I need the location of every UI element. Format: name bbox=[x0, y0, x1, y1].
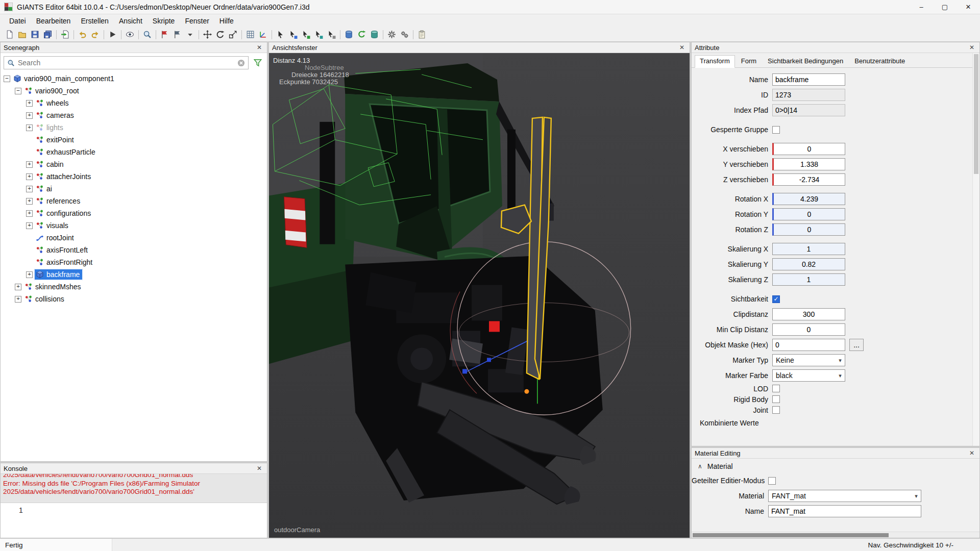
tree-expander-icon[interactable]: + bbox=[26, 173, 33, 180]
tree-item-wheels[interactable]: +wheels bbox=[1, 97, 267, 109]
search-input[interactable] bbox=[18, 59, 234, 67]
tool-options-button[interactable] bbox=[184, 28, 197, 41]
scrollbar-thumb[interactable] bbox=[693, 533, 889, 537]
material-select[interactable]: FANT_mat▾ bbox=[768, 490, 921, 502]
tree-item-content[interactable]: skinnedMshes bbox=[23, 282, 84, 292]
plugins-button[interactable] bbox=[398, 28, 411, 41]
zoom-button[interactable] bbox=[141, 28, 154, 41]
joint-checkbox[interactable] bbox=[772, 406, 780, 414]
tab-transform[interactable]: Transform bbox=[695, 55, 735, 68]
select-scale-button[interactable] bbox=[312, 28, 325, 41]
tree-expander-icon[interactable]: + bbox=[26, 271, 33, 278]
tree-item-content[interactable]: ai bbox=[35, 184, 55, 194]
gesperrte-gruppe-checkbox[interactable] bbox=[772, 126, 780, 134]
tree-item-backframe[interactable]: +backframe bbox=[1, 268, 267, 281]
save-all-button[interactable] bbox=[41, 28, 54, 41]
close-button[interactable]: ✕ bbox=[957, 0, 980, 14]
tree-item-content[interactable]: axisFrontLeft bbox=[35, 245, 90, 255]
tree-item-content[interactable]: exhaustParticle bbox=[35, 147, 98, 157]
geteilter-editier-modus-checkbox[interactable] bbox=[768, 477, 776, 485]
scrollbar-thumb[interactable] bbox=[974, 54, 978, 174]
viewport-canvas[interactable]: Distanz 4.13NodeSubtreeDreiecke 16462218… bbox=[269, 53, 690, 538]
reload-assets-button[interactable] bbox=[355, 28, 368, 41]
console-close-icon[interactable]: ✕ bbox=[255, 465, 264, 472]
clear-search-icon[interactable] bbox=[237, 59, 245, 67]
tree-item-content[interactable]: vario900_main_component1 bbox=[12, 73, 117, 84]
viewport-3d-scene[interactable] bbox=[269, 53, 690, 538]
tree-item-vario900-main-component1[interactable]: −vario900_main_component1 bbox=[1, 72, 267, 85]
new-file-button[interactable] bbox=[3, 28, 16, 41]
sichtbarkeit-checkbox[interactable]: ✓ bbox=[772, 295, 780, 303]
attributes-vertical-scrollbar[interactable] bbox=[972, 53, 979, 446]
select-translate-button[interactable] bbox=[287, 28, 300, 41]
scale-tool-button[interactable] bbox=[227, 28, 239, 41]
material-section-row[interactable]: ∧ Material bbox=[692, 460, 979, 473]
skalierung-x-input[interactable] bbox=[772, 243, 845, 255]
select-extra-button[interactable] bbox=[325, 28, 338, 41]
translate-tool-button[interactable] bbox=[201, 28, 214, 41]
tree-expander-icon[interactable]: + bbox=[26, 222, 33, 229]
tree-item-configurations[interactable]: +configurations bbox=[1, 207, 267, 219]
show-render-button[interactable] bbox=[124, 28, 136, 41]
menu-item-hilfe[interactable]: Hilfe bbox=[214, 15, 239, 27]
clipboard-button[interactable] bbox=[415, 28, 428, 41]
tree-item-axisfrontleft[interactable]: axisFrontLeft bbox=[1, 244, 267, 256]
tree-expander-icon[interactable]: + bbox=[26, 198, 33, 205]
tree-expander-icon[interactable]: + bbox=[26, 186, 33, 192]
save-button[interactable] bbox=[29, 28, 41, 41]
menu-item-ansicht[interactable]: Ansicht bbox=[114, 15, 148, 27]
menu-item-fenster[interactable]: Fenster bbox=[180, 15, 214, 27]
tree-item-visuals[interactable]: +visuals bbox=[1, 219, 267, 232]
local-world-mode-button[interactable] bbox=[257, 28, 270, 41]
rotate-tool-button[interactable] bbox=[214, 28, 227, 41]
marker-farbe-select[interactable]: black▾ bbox=[772, 369, 845, 382]
undo-button[interactable] bbox=[76, 28, 89, 41]
tree-expander-icon[interactable]: + bbox=[26, 124, 33, 131]
objekt-maske-hex-input[interactable] bbox=[772, 339, 845, 351]
tree-item-content[interactable]: cabin bbox=[35, 159, 66, 169]
objekt-maske-hex-more-button[interactable]: ... bbox=[849, 339, 864, 351]
menu-item-skripte[interactable]: Skripte bbox=[148, 15, 180, 27]
tree-item-content[interactable]: cameras bbox=[35, 110, 77, 120]
tree-item-collisions[interactable]: +collisions bbox=[1, 293, 267, 305]
rigid-body-checkbox[interactable] bbox=[772, 395, 780, 403]
tree-item-content[interactable]: configurations bbox=[35, 208, 93, 218]
tree-expander-icon[interactable]: + bbox=[15, 296, 21, 303]
tree-item-content[interactable]: visuals bbox=[35, 220, 71, 231]
tree-item-content[interactable]: collisions bbox=[23, 294, 67, 304]
preferences-button[interactable] bbox=[385, 28, 398, 41]
console-script-editor[interactable]: 1 bbox=[1, 503, 267, 538]
select-rotate-button[interactable] bbox=[300, 28, 312, 41]
tree-item-ai[interactable]: +ai bbox=[1, 183, 267, 195]
tree-item-vario900-root[interactable]: −vario900_root bbox=[1, 85, 267, 97]
scenegraph-close-icon[interactable]: ✕ bbox=[255, 44, 264, 51]
tree-item-exhaustparticle[interactable]: exhaustParticle bbox=[1, 146, 267, 158]
tree-item-cabin[interactable]: +cabin bbox=[1, 158, 267, 170]
database-button[interactable] bbox=[342, 28, 355, 41]
tab-sichtbarkeit-bedingungen[interactable]: Sichtbarkeit Bedingungen bbox=[763, 55, 848, 67]
play-button[interactable] bbox=[106, 28, 119, 41]
viewport-close-icon[interactable]: ✕ bbox=[677, 44, 687, 51]
tree-expander-icon[interactable]: + bbox=[26, 161, 33, 168]
tree-item-content[interactable]: backframe bbox=[35, 269, 82, 280]
tree-expander-icon[interactable]: + bbox=[26, 112, 33, 119]
search-box[interactable] bbox=[4, 56, 249, 69]
tree-item-content[interactable]: axisFrontRight bbox=[35, 257, 95, 267]
select-tool-button[interactable] bbox=[274, 28, 287, 41]
tab-benutzerattribute[interactable]: Benutzerattribute bbox=[849, 55, 910, 67]
marker-typ-select[interactable]: Keine▾ bbox=[772, 354, 845, 366]
console-output[interactable]: 2025/data/vehicles/fendt/vario700/vario7… bbox=[1, 474, 267, 503]
shader-db-button[interactable] bbox=[368, 28, 381, 41]
tree-item-exitpoint[interactable]: exitPoint bbox=[1, 134, 267, 146]
material-close-icon[interactable]: ✕ bbox=[967, 449, 976, 457]
snap-grid-button[interactable] bbox=[244, 28, 257, 41]
tree-expander-icon[interactable]: + bbox=[26, 210, 33, 217]
tree-item-axisfrontright[interactable]: axisFrontRight bbox=[1, 256, 267, 268]
material-horizontal-scrollbar[interactable] bbox=[692, 532, 979, 538]
translate-plane-handle[interactable] bbox=[489, 321, 500, 332]
tree-item-skinnedmshes[interactable]: +skinnedMshes bbox=[1, 281, 267, 293]
attributes-close-icon[interactable]: ✕ bbox=[967, 44, 976, 51]
menu-item-bearbeiten[interactable]: Bearbeiten bbox=[31, 15, 76, 27]
tree-expander-icon[interactable]: − bbox=[4, 76, 10, 82]
terrain-foliage-button[interactable] bbox=[171, 28, 184, 41]
